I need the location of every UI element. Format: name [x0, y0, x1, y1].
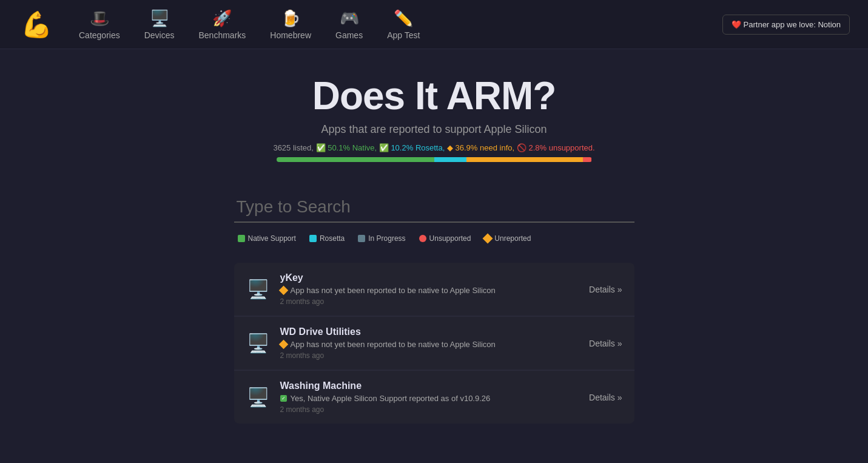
filter-rosetta-label: Rosetta [320, 234, 345, 243]
app-details-ykey[interactable]: Details » [589, 285, 622, 294]
stat-rosetta-label: Rosetta, [415, 143, 445, 152]
dot-unreported-icon [483, 234, 493, 244]
app-status-text-ykey: App has not yet been reported to be nati… [291, 286, 496, 295]
filter-unsupported[interactable]: Unsupported [415, 232, 475, 245]
nav-items: 🎩 Categories 🖥️ Devices 🚀 Benchmarks 🍺 H… [79, 9, 722, 40]
progress-rosetta [434, 157, 466, 162]
app-name-wm: Washing Machine [280, 380, 580, 391]
status-unreported-icon-wd [278, 340, 288, 350]
search-input[interactable] [234, 192, 634, 223]
stat-native-label: Native, [352, 143, 377, 152]
stat-unsupported-pct: 2.8% [528, 143, 547, 152]
progress-needinfo [466, 157, 583, 162]
categories-icon: 🎩 [90, 9, 109, 28]
app-details-wd[interactable]: Details » [589, 339, 622, 348]
status-native-icon-wm: ✓ [280, 395, 287, 402]
hero-subtitle: Apps that are reported to support Apple … [12, 123, 856, 136]
nav-item-apptest[interactable]: ✏️ App Test [387, 9, 420, 40]
nav-label-games: Games [335, 30, 363, 40]
stat-rosetta-check: ✅ [379, 143, 389, 152]
nav-label-homebrew: Homebrew [270, 30, 311, 40]
dot-rosetta-icon [309, 235, 317, 242]
homebrew-icon: 🍺 [281, 9, 300, 28]
status-unreported-icon [278, 286, 288, 296]
app-card: 🖥️ yKey App has not yet been reported to… [234, 263, 634, 424]
stat-needinfo-label: need info, [480, 143, 514, 152]
stat-rosetta-pct: 10.2% [391, 143, 413, 152]
filter-inprogress[interactable]: In Progress [354, 232, 409, 245]
partner-label: ❤️ Partner app we love: Notion [732, 20, 841, 29]
devices-icon: 🖥️ [150, 9, 169, 28]
table-row: 🖥️ WD Drive Utilities App has not yet be… [234, 317, 634, 370]
nav-item-games[interactable]: 🎮 Games [335, 9, 363, 40]
app-time-ykey: 2 months ago [280, 297, 580, 306]
app-list: 🖥️ yKey App has not yet been reported to… [222, 263, 647, 449]
nav-item-categories[interactable]: 🎩 Categories [79, 9, 120, 40]
app-icon-wd: 🖥️ [246, 333, 271, 354]
filter-rosetta[interactable]: Rosetta [306, 232, 348, 245]
games-icon: 🎮 [340, 9, 359, 28]
filter-unreported-label: Unreported [494, 234, 531, 243]
progress-bar [277, 157, 592, 162]
filter-tags: Native Support Rosetta In Progress Unsup… [222, 232, 647, 245]
stat-native-check: ✅ [316, 143, 326, 152]
app-details-wm[interactable]: Details » [589, 393, 622, 402]
stat-native-pct: 50.1% [328, 143, 350, 152]
filter-native[interactable]: Native Support [234, 232, 300, 245]
hero-title: Does It ARM? [12, 73, 856, 118]
filter-native-label: Native Support [248, 234, 296, 243]
benchmarks-icon: 🚀 [212, 9, 232, 28]
progress-unsupported [583, 157, 592, 162]
nav-label-apptest: App Test [387, 30, 420, 40]
app-info-wm: Washing Machine ✓ Yes, Native Apple Sili… [280, 380, 580, 414]
app-status-ykey: App has not yet been reported to be nati… [280, 286, 580, 295]
app-time-wd: 2 months ago [280, 351, 580, 360]
logo-icon: 💪 [21, 10, 52, 39]
table-row: 🖥️ Washing Machine ✓ Yes, Native Apple S… [234, 371, 634, 424]
dot-native-icon [238, 235, 245, 242]
filter-inprogress-label: In Progress [368, 234, 405, 243]
progress-native [277, 157, 435, 162]
stat-needinfo-pct: 36.9% [456, 143, 478, 152]
stat-unsupported-icon: 🚫 [517, 143, 527, 152]
filter-unreported[interactable]: Unreported [480, 232, 534, 245]
nav-item-benchmarks[interactable]: 🚀 Benchmarks [199, 9, 246, 40]
app-status-wd: App has not yet been reported to be nati… [280, 340, 580, 349]
app-icon-ykey: 🖥️ [246, 279, 271, 300]
dot-inprogress-icon [358, 235, 365, 242]
nav-bar: 💪 🎩 Categories 🖥️ Devices 🚀 Benchmarks 🍺… [0, 0, 868, 49]
app-status-text-wd: App has not yet been reported to be nati… [291, 340, 496, 349]
app-name-wd: WD Drive Utilities [280, 326, 580, 337]
app-status-text-wm: Yes, Native Apple Silicon Support report… [291, 394, 491, 403]
table-row: 🖥️ yKey App has not yet been reported to… [234, 263, 634, 316]
filter-unsupported-label: Unsupported [429, 234, 471, 243]
apptest-icon: ✏️ [394, 9, 413, 28]
nav-label-benchmarks: Benchmarks [199, 30, 246, 40]
app-name-ykey: yKey [280, 272, 580, 283]
site-logo: 💪 [18, 6, 55, 42]
app-time-wm: 2 months ago [280, 405, 580, 414]
nav-label-devices: Devices [144, 30, 175, 40]
stat-listed: 3625 listed, [273, 143, 314, 152]
app-icon-wm: 🖥️ [246, 387, 271, 408]
app-info-ykey: yKey App has not yet been reported to be… [280, 272, 580, 306]
stat-needinfo-diamond: ◆ [447, 143, 453, 152]
app-info-wd: WD Drive Utilities App has not yet been … [280, 326, 580, 360]
hero-stats: 3625 listed, ✅ 50.1% Native, ✅ 10.2% Ros… [12, 143, 856, 152]
dot-unsupported-icon [419, 235, 426, 242]
stat-unsupported-label: unsupported. [549, 143, 595, 152]
hero-section: Does It ARM? Apps that are reported to s… [0, 49, 868, 192]
partner-banner[interactable]: ❤️ Partner app we love: Notion [722, 15, 850, 35]
nav-item-homebrew[interactable]: 🍺 Homebrew [270, 9, 311, 40]
nav-item-devices[interactable]: 🖥️ Devices [144, 9, 175, 40]
nav-label-categories: Categories [79, 30, 120, 40]
search-section [222, 192, 647, 223]
app-status-wm: ✓ Yes, Native Apple Silicon Support repo… [280, 394, 580, 403]
